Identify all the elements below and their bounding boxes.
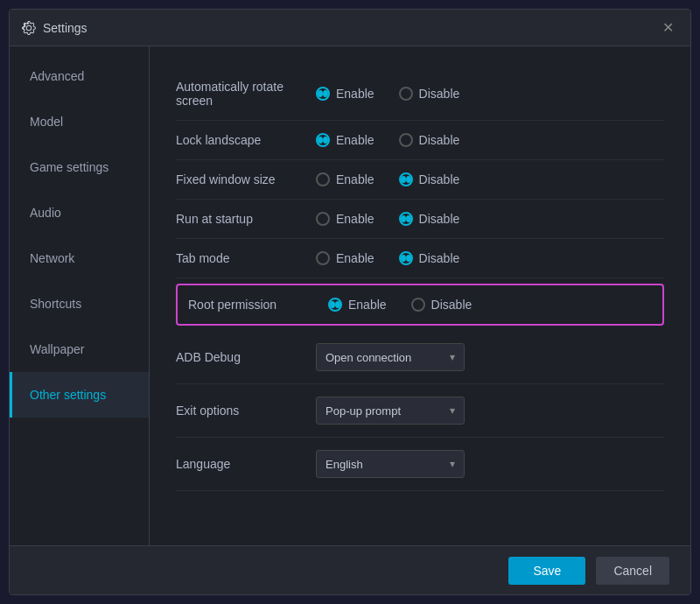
lock-landscape-enable-circle <box>316 133 330 147</box>
language-dropdown[interactable]: English ▾ <box>316 450 465 478</box>
tab-mode-disable-label: Disable <box>419 251 460 265</box>
lock-landscape-enable[interactable]: Enable <box>316 133 374 147</box>
lock-landscape-disable-label: Disable <box>419 133 460 147</box>
cancel-button[interactable]: Cancel <box>596 557 669 585</box>
root-permission-row: Root permission Enable Disable <box>176 284 664 326</box>
lock-landscape-radio-group: Enable Disable <box>316 133 459 147</box>
sidebar-item-other-settings[interactable]: Other settings <box>10 372 149 418</box>
sidebar-item-shortcuts[interactable]: Shortcuts <box>10 281 149 327</box>
root-permission-radio-group: Enable Disable <box>328 298 472 312</box>
run-at-startup-enable-label: Enable <box>336 212 374 226</box>
adb-debug-arrow-icon: ▾ <box>450 351 455 363</box>
root-permission-enable-circle <box>328 298 342 312</box>
root-permission-disable-circle <box>411 298 425 312</box>
fixed-window-disable-label: Disable <box>419 172 460 186</box>
auto-rotate-disable-label: Disable <box>419 87 460 101</box>
tab-mode-disable[interactable]: Disable <box>399 251 460 265</box>
run-at-startup-enable[interactable]: Enable <box>316 212 374 226</box>
sidebar-item-advanced[interactable]: Advanced <box>10 53 149 99</box>
lock-landscape-disable-circle <box>399 133 413 147</box>
auto-rotate-enable[interactable]: Enable <box>316 87 374 101</box>
exit-options-row: Exit options Pop-up prompt ▾ <box>176 384 664 438</box>
exit-options-label: Exit options <box>176 404 316 418</box>
adb-debug-dropdown[interactable]: Open connection ▾ <box>316 343 465 371</box>
run-at-startup-row: Run at startup Enable Disable <box>176 200 664 239</box>
language-arrow-icon: ▾ <box>450 458 455 470</box>
tab-mode-label: Tab mode <box>176 251 316 265</box>
run-at-startup-label: Run at startup <box>176 212 316 226</box>
fixed-window-enable-circle <box>316 172 330 186</box>
root-permission-disable[interactable]: Disable <box>411 298 472 312</box>
content-area: Advanced Model Game settings Audio Netwo… <box>10 46 690 545</box>
root-permission-enable[interactable]: Enable <box>328 298 387 312</box>
main-panel: Automatically rotate screen Enable Disab… <box>150 46 690 545</box>
fixed-window-disable-circle <box>399 172 413 186</box>
tab-mode-disable-circle <box>399 251 413 265</box>
exit-options-dropdown[interactable]: Pop-up prompt ▾ <box>316 397 465 425</box>
adb-debug-label: ADB Debug <box>176 350 316 364</box>
root-permission-disable-label: Disable <box>431 298 472 312</box>
sidebar-item-game-settings[interactable]: Game settings <box>10 144 149 190</box>
tab-mode-enable[interactable]: Enable <box>316 251 374 265</box>
tab-mode-radio-group: Enable Disable <box>316 251 459 265</box>
run-at-startup-disable[interactable]: Disable <box>399 212 460 226</box>
run-at-startup-radio-group: Enable Disable <box>316 212 459 226</box>
auto-rotate-row: Automatically rotate screen Enable Disab… <box>176 67 664 121</box>
sidebar-item-model[interactable]: Model <box>10 99 149 144</box>
auto-rotate-disable-circle <box>399 87 413 101</box>
sidebar-item-network[interactable]: Network <box>10 235 149 281</box>
tab-mode-enable-label: Enable <box>336 251 374 265</box>
tab-mode-enable-circle <box>316 251 330 265</box>
lock-landscape-label: Lock landscape <box>176 133 316 147</box>
exit-options-value: Pop-up prompt <box>326 404 401 418</box>
auto-rotate-enable-label: Enable <box>336 87 374 101</box>
title-bar: Settings ✕ <box>10 10 690 46</box>
adb-debug-value: Open connection <box>326 351 411 364</box>
language-label: Language <box>176 457 316 471</box>
adb-debug-row: ADB Debug Open connection ▾ <box>176 331 664 384</box>
fixed-window-row: Fixed window size Enable Disable <box>176 160 664 200</box>
fixed-window-enable[interactable]: Enable <box>316 172 374 186</box>
auto-rotate-label: Automatically rotate screen <box>176 80 316 108</box>
settings-icon <box>22 21 36 35</box>
lock-landscape-enable-label: Enable <box>336 133 374 147</box>
sidebar: Advanced Model Game settings Audio Netwo… <box>10 46 150 545</box>
sidebar-item-wallpaper[interactable]: Wallpaper <box>10 327 149 372</box>
fixed-window-enable-label: Enable <box>336 172 374 186</box>
auto-rotate-disable[interactable]: Disable <box>399 87 460 101</box>
close-button[interactable]: ✕ <box>657 18 678 39</box>
title-bar-left: Settings <box>22 21 88 35</box>
tab-mode-row: Tab mode Enable Disable <box>176 239 664 278</box>
footer: Save Cancel <box>10 545 690 594</box>
dialog-title: Settings <box>43 21 88 35</box>
fixed-window-label: Fixed window size <box>176 172 316 186</box>
language-value: English <box>326 458 363 471</box>
run-at-startup-disable-label: Disable <box>419 212 460 226</box>
lock-landscape-disable[interactable]: Disable <box>399 133 460 147</box>
run-at-startup-enable-circle <box>316 212 330 226</box>
lock-landscape-row: Lock landscape Enable Disable <box>176 121 664 160</box>
run-at-startup-disable-circle <box>399 212 413 226</box>
language-row: Language English ▾ <box>176 438 664 491</box>
exit-options-arrow-icon: ▾ <box>450 404 455 417</box>
auto-rotate-enable-circle <box>316 87 330 101</box>
fixed-window-disable[interactable]: Disable <box>399 172 460 186</box>
save-button[interactable]: Save <box>508 557 585 585</box>
settings-dialog: Settings ✕ Advanced Model Game settings … <box>9 9 691 595</box>
fixed-window-radio-group: Enable Disable <box>316 172 459 186</box>
root-permission-label: Root permission <box>188 298 328 312</box>
auto-rotate-radio-group: Enable Disable <box>316 87 459 101</box>
sidebar-item-audio[interactable]: Audio <box>10 190 149 235</box>
root-permission-enable-label: Enable <box>348 298 387 312</box>
